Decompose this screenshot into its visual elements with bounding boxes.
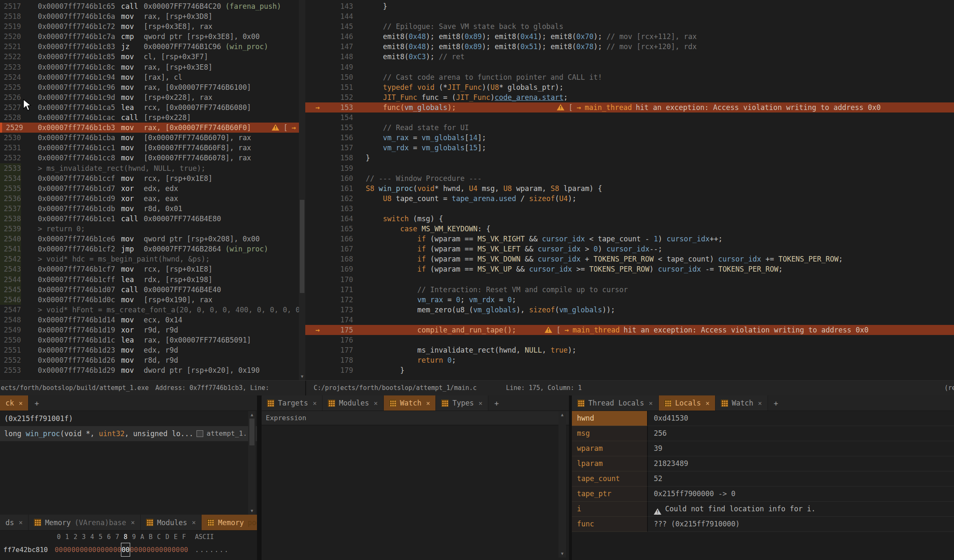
tab-thread-locals[interactable]: Thread Locals× <box>572 395 659 411</box>
disasm-row[interactable]: 25380x00007ff7746b1ce1call0x00007FF7746B… <box>0 214 299 224</box>
disasm-row[interactable]: 25170x00007ff7746b1c65call0x00007FF7746B… <box>0 1 299 11</box>
memory-byte[interactable]: 00 <box>138 556 147 560</box>
disasm-row[interactable]: 25500x00007ff7746b1d1clearax, [0x00007FF… <box>0 335 299 345</box>
source-row[interactable]: 162 U8 tape_count = tape_arena.used / si… <box>305 194 954 204</box>
disasm-row[interactable]: 25480x00007ff7746b1d14movecx, 0x14 <box>0 315 299 325</box>
disasm-row[interactable]: 25450x00007ff7746b1d07call0x00007FF7746B… <box>0 285 299 295</box>
locals-row[interactable]: msg256 <box>572 426 954 441</box>
disasm-row[interactable]: 25340x00007ff7746b1ccfmovrcx, [rsp+0x1E8… <box>0 173 299 183</box>
close-icon[interactable]: × <box>426 399 430 407</box>
new-tab-button[interactable]: + <box>29 395 45 411</box>
locals-row[interactable]: iCould not find location info for i. <box>572 502 954 517</box>
disasm-row[interactable]: 25510x00007ff7746b1d23movedx, r9d <box>0 345 299 355</box>
scroll-thumb[interactable] <box>249 419 254 445</box>
locals-row[interactable]: hwnd0xd41530 <box>572 411 954 426</box>
disasm-row[interactable]: 25320x00007ff7746b1cc8mov[0x00007FF7746B… <box>0 153 299 163</box>
source-row[interactable]: 157 vm_rdx = vm_globals[15]; <box>305 143 954 153</box>
disasm-row[interactable]: 25490x00007ff7746b1d19xorr9d, r9d <box>0 325 299 335</box>
source-row[interactable]: 159 <box>305 163 954 173</box>
close-icon[interactable]: × <box>313 399 317 407</box>
close-icon[interactable]: × <box>374 399 378 407</box>
memory-byte[interactable]: 00 <box>171 543 180 556</box>
tab-memory[interactable]: Memory(VArena)base× <box>29 515 141 530</box>
close-icon[interactable]: × <box>131 518 135 526</box>
disasm-row[interactable]: 25270x00007ff7746b1ca5learcx, [0x00007FF… <box>0 102 299 113</box>
source-row[interactable]: 149 <box>305 62 954 72</box>
disasm-row[interactable]: 25280x00007ff7746b1caccall[rsp+0x228] <box>0 113 299 123</box>
memory-byte[interactable]: 00 <box>80 543 88 556</box>
memory-byte[interactable]: 00 <box>113 543 121 556</box>
source-row[interactable]: 144 <box>305 11 954 21</box>
disasm-row[interactable]: 25250x00007ff7746b1c96movrax, [0x00007FF… <box>0 82 299 92</box>
locals-row[interactable]: lparam21823489 <box>572 456 954 471</box>
close-icon[interactable]: × <box>705 399 710 407</box>
memory-byte[interactable]: 00 <box>80 556 88 560</box>
scroll-up-icon[interactable]: ▲ <box>558 412 566 418</box>
memory-byte[interactable]: 00 <box>147 543 155 556</box>
source-row[interactable]: 165 case MS_WM_KEYDOWN: { <box>305 224 954 234</box>
source-row[interactable]: 170 <box>305 275 954 285</box>
scroll-up-icon[interactable]: ▲ <box>248 412 256 418</box>
disasm-row[interactable]: 25410x00007ff7746b1cf2jmp0x00007FF7746B2… <box>0 244 299 254</box>
memory-byte[interactable]: 00 <box>155 543 163 556</box>
disasm-row[interactable]: 25220x00007ff7746b1c85movcl, [rsp+0x3F7] <box>0 52 299 62</box>
disasm-row[interactable]: 25310x00007ff7746b1cc1mov[0x00007FF7746B… <box>0 143 299 153</box>
tab-watch[interactable]: Watch× <box>384 395 436 411</box>
memory-byte[interactable]: 00 <box>63 556 71 560</box>
close-icon[interactable]: × <box>758 399 762 407</box>
disasm-row[interactable]: 25190x00007ff7746b1c72mov[rsp+0x3E8], ra… <box>0 21 299 31</box>
memory-byte[interactable]: 00 <box>88 556 97 560</box>
close-icon[interactable]: × <box>18 518 23 526</box>
memory-byte[interactable]: 00 <box>155 556 163 560</box>
disasm-row[interactable]: 25180x00007ff7746b1c6amovrax, [rsp+0x3D8… <box>0 11 299 21</box>
memory-byte[interactable]: 00 <box>113 556 121 560</box>
memory-byte[interactable]: 00 <box>121 543 130 556</box>
source-row[interactable]: 151 typedef void (*JIT_Func)(U8* globals… <box>305 82 954 92</box>
scroll-down-icon[interactable]: ▼ <box>248 508 256 514</box>
source-row[interactable]: 174 <box>305 315 954 325</box>
disasm-row[interactable]: 25200x00007ff7746b1c7acmpqword ptr [rsp+… <box>0 31 299 42</box>
source-row[interactable]: →153 func(vm_globals);[→main_threadhit a… <box>305 102 954 113</box>
memory-byte[interactable]: 00 <box>96 556 105 560</box>
tab-memory[interactable]: Memorypoem_sign× <box>202 515 257 530</box>
tab-modules[interactable]: Modules× <box>322 395 383 411</box>
disasm-row[interactable]: 25440x00007ff7746b1cffleardx, [rsp+0x198… <box>0 275 299 285</box>
disasm-row[interactable]: 25460x00007ff7746b1d0cmov[rsp+0x190], ra… <box>0 295 299 305</box>
scroll-down-icon[interactable]: ▼ <box>299 374 305 379</box>
scroll-down-icon[interactable]: ▼ <box>558 551 566 557</box>
source-row[interactable]: 179 } <box>305 365 954 375</box>
source-row[interactable]: 143 } <box>305 1 954 11</box>
close-icon[interactable]: × <box>18 399 23 407</box>
memory-byte[interactable]: 00 <box>130 556 138 560</box>
source-row[interactable]: 163 <box>305 204 954 214</box>
disasm-row[interactable]: 25350x00007ff7746b1cd7xoredx, edx <box>0 183 299 194</box>
source-row[interactable]: 173 mem_zero(u8_(vm_globals), sizeof(vm_… <box>305 305 954 315</box>
source-row[interactable]: 171 // Interaction: Reset VM and compile… <box>305 285 954 295</box>
source-row[interactable]: 145 // Epilogue: Save VM state back to g… <box>305 21 954 31</box>
memory-byte[interactable]: 00 <box>71 556 80 560</box>
memory-byte[interactable]: 00 <box>63 543 71 556</box>
disasm-row[interactable]: 25520x00007ff7746b1d26movr8d, r9d <box>0 355 299 365</box>
tab-ds[interactable]: ds× <box>0 515 29 530</box>
memory-byte[interactable]: 00 <box>171 556 180 560</box>
disasm-row[interactable]: 25260x00007ff7746b1c9dmov[rsp+0x228], ra… <box>0 92 299 102</box>
new-tab-button[interactable]: + <box>488 395 505 411</box>
memory-byte[interactable]: 00 <box>88 543 97 556</box>
new-tab-button[interactable]: + <box>768 395 784 411</box>
source-row[interactable]: 155 // Read state for UI <box>305 123 954 133</box>
memory-byte[interactable]: 00 <box>71 543 80 556</box>
memory-byte[interactable]: 00 <box>121 556 130 560</box>
source-row[interactable]: 167 if (wparam == MS_VK_LEFT && cursor_i… <box>305 244 954 254</box>
source-row[interactable]: 176 <box>305 335 954 345</box>
memory-byte[interactable]: 00 <box>180 556 188 560</box>
memory-byte[interactable]: 00 <box>55 556 63 560</box>
memory-byte[interactable]: 00 <box>163 543 172 556</box>
source-row[interactable]: 164 switch (msg) { <box>305 214 954 224</box>
source-row[interactable]: 150 // Cast code arena to function point… <box>305 72 954 82</box>
tab-locals[interactable]: Locals× <box>659 395 716 411</box>
source-row[interactable]: 147 emit8(0x48); emit8(0x89); emit8(0x51… <box>305 42 954 52</box>
close-icon[interactable]: × <box>192 518 196 526</box>
disasm-row[interactable]: 25300x00007ff7746b1cbamov[0x00007FF7746B… <box>0 133 299 143</box>
locals-row[interactable]: func??? (0x215ff7910000)void (*)(unsigne <box>572 517 954 532</box>
disasm-row[interactable]: 2539> return 0; <box>0 224 299 234</box>
